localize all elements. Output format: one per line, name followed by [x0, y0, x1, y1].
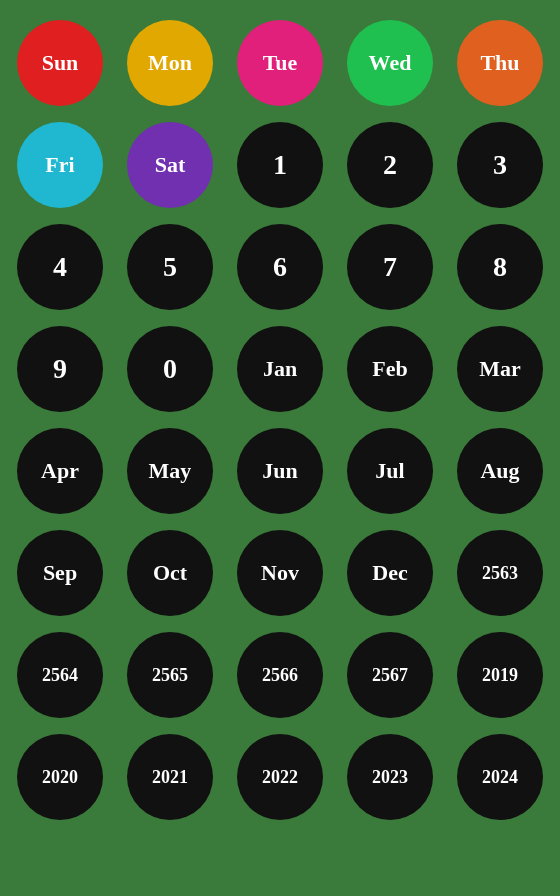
emoji-circle-3[interactable]: 3: [457, 122, 543, 208]
emoji-circle-mar[interactable]: Mar: [457, 326, 543, 412]
emoji-circle-aug[interactable]: Aug: [457, 428, 543, 514]
emoji-grid: SunMonTueWedThuFriSat1234567890JanFebMar…: [10, 20, 550, 820]
emoji-circle-nov[interactable]: Nov: [237, 530, 323, 616]
emoji-circle-2021[interactable]: 2021: [127, 734, 213, 820]
emoji-circle-2024[interactable]: 2024: [457, 734, 543, 820]
emoji-circle-2[interactable]: 2: [347, 122, 433, 208]
emoji-circle-jan[interactable]: Jan: [237, 326, 323, 412]
emoji-circle-2019[interactable]: 2019: [457, 632, 543, 718]
emoji-circle-0[interactable]: 0: [127, 326, 213, 412]
emoji-circle-wed[interactable]: Wed: [347, 20, 433, 106]
emoji-circle-2564[interactable]: 2564: [17, 632, 103, 718]
emoji-circle-thu[interactable]: Thu: [457, 20, 543, 106]
emoji-circle-2566[interactable]: 2566: [237, 632, 323, 718]
emoji-circle-jun[interactable]: Jun: [237, 428, 323, 514]
emoji-circle-jul[interactable]: Jul: [347, 428, 433, 514]
emoji-circle-2567[interactable]: 2567: [347, 632, 433, 718]
emoji-circle-oct[interactable]: Oct: [127, 530, 213, 616]
emoji-circle-2022[interactable]: 2022: [237, 734, 323, 820]
emoji-circle-may[interactable]: May: [127, 428, 213, 514]
emoji-circle-sat[interactable]: Sat: [127, 122, 213, 208]
emoji-circle-6[interactable]: 6: [237, 224, 323, 310]
emoji-circle-sep[interactable]: Sep: [17, 530, 103, 616]
emoji-circle-1[interactable]: 1: [237, 122, 323, 208]
emoji-circle-7[interactable]: 7: [347, 224, 433, 310]
emoji-circle-tue[interactable]: Tue: [237, 20, 323, 106]
emoji-circle-2020[interactable]: 2020: [17, 734, 103, 820]
emoji-circle-5[interactable]: 5: [127, 224, 213, 310]
emoji-circle-4[interactable]: 4: [17, 224, 103, 310]
emoji-circle-sun[interactable]: Sun: [17, 20, 103, 106]
emoji-circle-9[interactable]: 9: [17, 326, 103, 412]
emoji-circle-2023[interactable]: 2023: [347, 734, 433, 820]
emoji-circle-2565[interactable]: 2565: [127, 632, 213, 718]
emoji-circle-feb[interactable]: Feb: [347, 326, 433, 412]
emoji-circle-apr[interactable]: Apr: [17, 428, 103, 514]
emoji-circle-dec[interactable]: Dec: [347, 530, 433, 616]
emoji-circle-mon[interactable]: Mon: [127, 20, 213, 106]
emoji-circle-8[interactable]: 8: [457, 224, 543, 310]
emoji-circle-2563[interactable]: 2563: [457, 530, 543, 616]
emoji-circle-fri[interactable]: Fri: [17, 122, 103, 208]
